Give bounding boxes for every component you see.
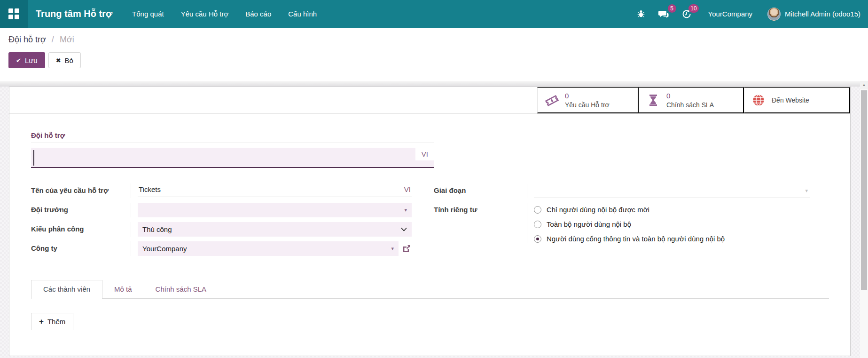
field-row-ticket-name: Tên của yêu cầu hỗ trợ Tickets VI <box>31 183 412 198</box>
control-panel: Đội hỗ trợ / Mới ✔ Lưu ✖ Bỏ <box>0 28 868 81</box>
leader-input[interactable]: ▾ <box>138 203 412 217</box>
stat-button-website[interactable]: Đến Website <box>744 87 850 113</box>
privacy-label: Tính riêng tư <box>434 203 527 243</box>
stat-button-tickets[interactable]: 0 Yêu cầu Hỗ trợ <box>537 87 639 113</box>
plus-icon: + <box>39 318 44 326</box>
chevron-down-icon: ▾ <box>404 207 407 213</box>
assignment-label: Kiểu phân công <box>31 222 131 237</box>
check-icon: ✔ <box>16 57 21 64</box>
company-label: Công ty <box>31 241 131 256</box>
messages-icon <box>658 9 669 19</box>
form-group-left: Tên của yêu cầu hỗ trợ Tickets VI Đội tr… <box>31 183 412 261</box>
scrollbar-thumb[interactable] <box>861 90 867 290</box>
company-switcher[interactable]: YourCompany <box>698 0 763 28</box>
team-name-label: Đội hỗ trợ <box>31 131 434 139</box>
ticket-icon <box>545 94 559 106</box>
apps-grid-icon <box>8 8 19 19</box>
radio-button[interactable] <box>534 235 541 243</box>
breadcrumb-separator: / <box>52 35 54 44</box>
tab-description[interactable]: Mô tả <box>102 280 144 298</box>
menu-configuration[interactable]: Cấu hình <box>280 0 325 28</box>
user-name: Mitchell Admin (odoo15) <box>785 10 860 18</box>
field-row-privacy: Tính riêng tư Chỉ người dùng nội bộ được… <box>434 203 810 243</box>
stage-input[interactable]: ▾ <box>534 183 810 198</box>
notebook: Các thành viên Mô tả Chính sách SLA + Th… <box>31 280 829 330</box>
tab-bar: Các thành viên Mô tả Chính sách SLA <box>31 280 829 299</box>
bug-icon <box>637 9 645 18</box>
privacy-option-portal[interactable]: Người dùng cổng thông tin và toàn bộ ngư… <box>534 235 810 243</box>
top-navbar: Trung tâm Hỗ trợ Tổng quát Yêu cầu Hỗ tr… <box>0 0 868 28</box>
breadcrumb-current: Mới <box>60 35 74 44</box>
form-body: Đội hỗ trợ VI Tên của yêu cầu hỗ trợ Tic… <box>9 114 850 330</box>
field-row-leader: Đội trưởng ▾ <box>31 203 412 217</box>
panel-shadow <box>0 81 860 87</box>
stat-button-box: 0 Yêu cầu Hỗ trợ 0 Chính sách SLA <box>9 87 850 114</box>
stat-button-sla[interactable]: 0 Chính sách SLA <box>639 87 744 113</box>
select-chevron-icon <box>401 227 407 231</box>
apps-menu-button[interactable] <box>0 0 28 28</box>
chevron-down-icon: ▾ <box>805 188 808 193</box>
tab-sla-policies[interactable]: Chính sách SLA <box>144 280 218 298</box>
activities-button[interactable]: 10 <box>675 0 698 28</box>
stat-value-sla: 0 <box>666 91 714 101</box>
privacy-radio-group: Chỉ người dùng nội bộ được mời Toàn bộ n… <box>534 203 810 243</box>
assignment-select[interactable]: Thủ công <box>138 222 412 237</box>
ticket-name-label: Tên của yêu cầu hỗ trợ <box>31 183 131 198</box>
radio-button[interactable] <box>534 206 541 214</box>
menu-reporting[interactable]: Báo cáo <box>237 0 280 28</box>
translate-badge-title[interactable]: VI <box>415 148 434 160</box>
external-link-icon <box>402 244 412 254</box>
field-row-stage: Giai đoạn ▾ <box>434 183 810 198</box>
messages-button[interactable]: 5 <box>652 0 675 28</box>
debug-button[interactable] <box>630 0 652 28</box>
chevron-down-icon: ▾ <box>391 246 394 251</box>
breadcrumb-parent[interactable]: Đội hỗ trợ <box>8 35 46 44</box>
save-button[interactable]: ✔ Lưu <box>8 52 45 68</box>
company-input[interactable]: YourCompany ▾ <box>138 241 399 256</box>
hourglass-icon <box>646 94 660 106</box>
leader-label: Đội trưởng <box>31 203 131 217</box>
field-row-assignment: Kiểu phân công Thủ công <box>31 222 412 237</box>
team-name-input[interactable]: VI <box>31 148 434 168</box>
navbar-spacer <box>325 0 630 28</box>
menu-overview[interactable]: Tổng quát <box>124 0 172 28</box>
internal-link-button[interactable] <box>402 244 412 254</box>
title-divider <box>31 143 434 143</box>
tab-members[interactable]: Các thành viên <box>31 280 102 299</box>
app-title[interactable]: Trung tâm Hỗ trợ <box>28 0 124 28</box>
scroll-up-button[interactable]: ▲ <box>860 81 868 89</box>
avatar <box>767 8 781 21</box>
stat-value-tickets: 0 <box>565 91 610 101</box>
breadcrumb: Đội hỗ trợ / Mới <box>8 35 868 45</box>
radio-button[interactable] <box>534 221 541 228</box>
privacy-option-invited[interactable]: Chỉ người dùng nội bộ được mời <box>534 206 810 214</box>
activities-badge: 10 <box>688 4 698 13</box>
vertical-scrollbar[interactable]: ▲ <box>860 81 868 358</box>
add-member-button[interactable]: + Thêm <box>31 313 73 330</box>
stat-label-sla: Chính sách SLA <box>666 101 714 109</box>
content-area: 0 Yêu cầu Hỗ trợ 0 Chính sách SLA <box>0 81 868 358</box>
ticket-name-input[interactable]: Tickets VI <box>138 183 412 197</box>
stage-label: Giai đoạn <box>434 183 527 198</box>
stat-label-tickets: Yêu cầu Hỗ trợ <box>565 101 610 109</box>
translate-badge-ticket-name[interactable]: VI <box>404 185 411 193</box>
text-cursor <box>33 150 34 166</box>
privacy-option-all-internal[interactable]: Toàn bộ người dùng nội bộ <box>534 220 810 228</box>
tab-content-members: + Thêm <box>31 299 829 330</box>
globe-icon <box>751 94 766 106</box>
menu-tickets[interactable]: Yêu cầu Hỗ trợ <box>172 0 237 28</box>
close-icon: ✖ <box>56 57 61 64</box>
stat-label-website: Đến Website <box>772 96 809 104</box>
form-sheet: 0 Yêu cầu Hỗ trợ 0 Chính sách SLA <box>9 87 851 356</box>
discard-button[interactable]: ✖ Bỏ <box>48 52 81 68</box>
form-group-right: Giai đoạn ▾ Tính riêng tư <box>434 183 810 261</box>
user-menu[interactable]: Mitchell Admin (odoo15) <box>763 0 868 28</box>
field-row-company: Công ty YourCompany ▾ <box>31 241 412 256</box>
